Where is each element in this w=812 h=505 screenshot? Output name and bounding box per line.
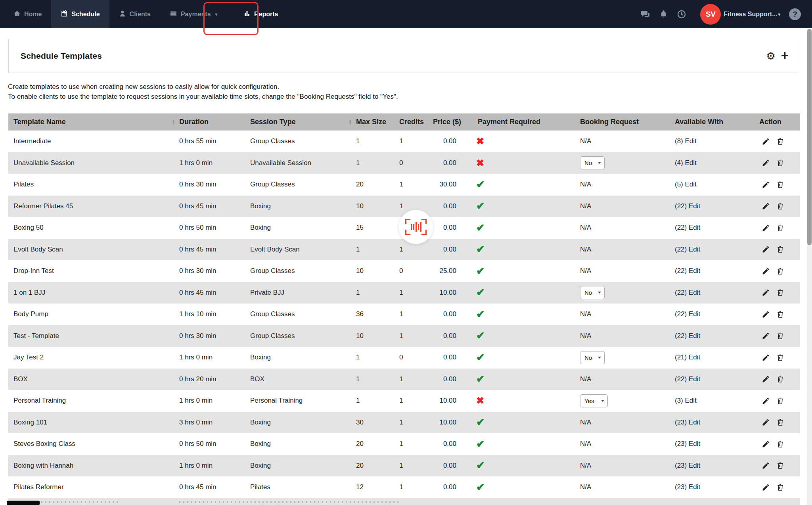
cell-price: 0.00	[430, 325, 456, 347]
cell-template-name: BOX	[13, 369, 28, 390]
col-payment-required: Payment Required	[478, 113, 540, 131]
delete-trash-icon[interactable]	[776, 159, 784, 167]
delete-trash-icon[interactable]	[776, 245, 784, 253]
edit-pencil-icon[interactable]	[762, 267, 770, 275]
nav-item-home[interactable]: Home	[0, 0, 51, 28]
cell-available-with[interactable]: (23) Edit	[675, 476, 700, 498]
cell-session-type: Unavailable Session	[250, 152, 311, 174]
edit-pencil-icon[interactable]	[762, 159, 770, 167]
cell-available-with[interactable]: (23) Edit	[675, 412, 700, 434]
cell-booking-request: Yes	[580, 390, 608, 412]
cell-available-with[interactable]: (22) Edit	[675, 303, 700, 325]
cell-available-with[interactable]: (22) Edit	[675, 325, 700, 347]
booking-request-select[interactable]: No	[580, 351, 605, 364]
cell-available-with[interactable]: (23) Edit	[675, 433, 700, 455]
edit-pencil-icon[interactable]	[762, 397, 770, 405]
cell-available-with[interactable]: (22) Edit	[675, 239, 700, 261]
edit-pencil-icon[interactable]	[762, 332, 770, 340]
cell-duration: 0 hrs 45 min	[179, 239, 216, 261]
sort-session-type-icon[interactable]: ▲▼	[349, 113, 352, 131]
scrollbar-thumb[interactable]	[807, 29, 812, 245]
bell-icon[interactable]	[654, 10, 672, 19]
nav-label-schedule: Schedule	[71, 11, 100, 18]
clock-icon[interactable]	[672, 10, 691, 19]
edit-pencil-icon[interactable]	[762, 245, 770, 253]
cell-available-with[interactable]: (3) Edit	[675, 390, 697, 412]
delete-trash-icon[interactable]	[776, 483, 784, 492]
delete-trash-icon[interactable]	[776, 180, 784, 189]
col-credits: Credits	[399, 113, 424, 131]
templates-table: Template Name ▲▼ Duration Session Type ▲…	[8, 113, 800, 505]
delete-trash-icon[interactable]	[776, 375, 784, 383]
barcode-scan-icon	[407, 220, 425, 234]
cell-template-name: Pilates	[13, 174, 34, 196]
cell-booking-request: No	[580, 347, 605, 369]
nav-item-payments[interactable]: Payments ▾	[160, 0, 227, 28]
nav-item-clients[interactable]: Clients	[109, 0, 160, 28]
nav-item-schedule[interactable]: Schedule	[51, 0, 109, 28]
check-icon: ✔	[476, 438, 485, 450]
booking-request-select[interactable]: No	[580, 286, 605, 299]
delete-trash-icon[interactable]	[776, 202, 784, 210]
nav-item-reports[interactable]: Reports	[234, 0, 287, 28]
cell-available-with[interactable]: (23) Edit	[675, 455, 700, 477]
edit-pencil-icon[interactable]	[762, 353, 770, 362]
chevron-down-icon	[598, 162, 601, 164]
nav-left: Home Schedule Clients Payments ▾ Repor	[0, 0, 288, 28]
partial-clipped-row	[8, 498, 800, 505]
edit-pencil-icon[interactable]	[762, 224, 770, 232]
nav-label-home: Home	[24, 11, 42, 18]
cell-actions	[762, 131, 784, 152]
booking-request-select[interactable]: No	[580, 156, 605, 169]
cell-available-with[interactable]: (22) Edit	[675, 260, 700, 282]
payment-required-check-icon: ✔	[476, 433, 485, 455]
cell-available-with[interactable]: (8) Edit	[675, 131, 697, 152]
cell-session-type: Private BJJ	[250, 282, 284, 304]
cell-available-with[interactable]: (22) Edit	[675, 369, 700, 390]
edit-pencil-icon[interactable]	[762, 418, 770, 426]
edit-pencil-icon[interactable]	[762, 180, 770, 189]
account-menu[interactable]: Fitness Support... ▾	[724, 11, 780, 18]
chat-icon[interactable]	[636, 10, 654, 19]
cell-available-with[interactable]: (4) Edit	[675, 152, 697, 174]
cell-available-with[interactable]: (5) Edit	[675, 174, 697, 196]
edit-pencil-icon[interactable]	[762, 137, 770, 146]
sort-template-name-icon[interactable]: ▲▼	[172, 113, 175, 131]
cell-duration: 3 hrs 0 min	[179, 412, 213, 434]
edit-pencil-icon[interactable]	[762, 202, 770, 210]
edit-pencil-icon[interactable]	[762, 483, 770, 492]
delete-trash-icon[interactable]	[776, 267, 784, 275]
delete-trash-icon[interactable]	[776, 461, 784, 470]
delete-trash-icon[interactable]	[776, 332, 784, 340]
delete-trash-icon[interactable]	[776, 418, 784, 426]
delete-trash-icon[interactable]	[776, 310, 784, 319]
edit-pencil-icon[interactable]	[762, 310, 770, 319]
chevron-down-icon	[598, 357, 601, 359]
edit-pencil-icon[interactable]	[762, 288, 770, 297]
cell-session-type: Boxing	[250, 347, 271, 369]
cell-credits: 1	[399, 303, 403, 325]
edit-pencil-icon[interactable]	[762, 440, 770, 448]
cell-available-with[interactable]: (22) Edit	[675, 217, 700, 239]
cell-duration: 0 hrs 20 min	[179, 369, 216, 390]
delete-trash-icon[interactable]	[776, 137, 784, 146]
settings-gear-icon[interactable]: ⚙	[766, 51, 775, 61]
delete-trash-icon[interactable]	[776, 397, 784, 405]
delete-trash-icon[interactable]	[776, 440, 784, 448]
booking-request-select[interactable]: Yes	[580, 394, 608, 407]
cell-available-with[interactable]: (22) Edit	[675, 282, 700, 304]
add-template-button[interactable]: +	[781, 49, 789, 62]
delete-trash-icon[interactable]	[776, 353, 784, 362]
cell-available-with[interactable]: (21) Edit	[675, 347, 700, 369]
edit-pencil-icon[interactable]	[762, 461, 770, 470]
edit-pencil-icon[interactable]	[762, 375, 770, 383]
delete-trash-icon[interactable]	[776, 288, 784, 297]
cell-session-type: BOX	[250, 369, 264, 390]
delete-trash-icon[interactable]	[776, 224, 784, 232]
cell-duration: 0 hrs 45 min	[179, 476, 216, 498]
help-button[interactable]: ?	[789, 8, 801, 20]
cell-credits: 1	[399, 476, 403, 498]
avatar[interactable]: SV	[700, 4, 721, 25]
cell-available-with[interactable]: (22) Edit	[675, 196, 700, 217]
cell-max-size: 15	[356, 217, 364, 239]
